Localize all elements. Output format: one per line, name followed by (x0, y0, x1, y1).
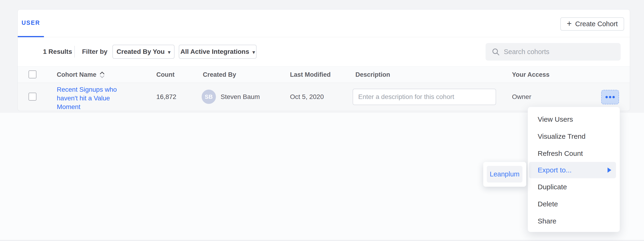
cohort-name-link[interactable]: Recent Signups who haven't hit a Value M… (57, 85, 120, 111)
filter-divider (74, 46, 75, 58)
creator-name: Steven Baum (220, 83, 260, 111)
tab-user[interactable]: USER (18, 10, 44, 37)
table-header-row: Cohort Name Count Created By Last Modifi… (18, 66, 630, 83)
created-by-dropdown[interactable]: Created By You ▾ (112, 45, 174, 59)
plus-icon: + (567, 20, 572, 28)
page-background-bottom-strip (0, 240, 644, 241)
column-header-count: Count (156, 67, 174, 83)
chevron-down-icon: ▾ (168, 49, 170, 55)
filter-by-label: Filter by (82, 37, 108, 66)
created-by-dropdown-label: Created By You (116, 48, 165, 56)
description-input[interactable] (352, 89, 496, 105)
column-header-last-modified: Last Modified (290, 67, 331, 83)
integrations-dropdown[interactable]: All Active Integrations ▾ (179, 45, 256, 59)
select-all-checkbox[interactable] (28, 70, 36, 78)
column-header-your-access: Your Access (512, 67, 550, 83)
cohort-name-header-label: Cohort Name (57, 71, 96, 78)
menu-item-share[interactable]: Share (528, 212, 620, 229)
create-cohort-label: Create Cohort (575, 20, 618, 28)
menu-item-duplicate[interactable]: Duplicate (528, 178, 620, 195)
column-header-description: Description (356, 67, 390, 83)
menu-item-visualize-trend[interactable]: Visualize Trend (528, 128, 620, 145)
search-icon (492, 48, 500, 56)
tab-bar: USER + Create Cohort (18, 10, 630, 37)
submenu-arrow-icon (608, 167, 611, 173)
menu-item-delete[interactable]: Delete (528, 195, 620, 212)
kebab-dot-icon (606, 96, 608, 98)
integrations-dropdown-label: All Active Integrations (180, 48, 249, 56)
avatar: SB (202, 90, 216, 104)
submenu-item-leanplum[interactable]: Leanplum (487, 166, 522, 182)
column-header-cohort-name[interactable]: Cohort Name (57, 67, 105, 83)
chevron-down-icon: ▾ (252, 49, 255, 55)
row-actions-kebab-button[interactable] (601, 90, 619, 104)
create-cohort-button[interactable]: + Create Cohort (560, 17, 624, 31)
access-level: Owner (512, 83, 531, 111)
column-header-created-by: Created By (203, 67, 236, 83)
export-to-label: Export to... (538, 166, 572, 174)
kebab-dot-icon (609, 96, 611, 98)
menu-item-view-users[interactable]: View Users (528, 111, 620, 128)
results-count: 1 Results (43, 37, 72, 66)
kebab-dot-icon (612, 96, 615, 98)
row-context-menu: View Users Visualize Trend Refresh Count… (528, 107, 620, 232)
cohort-count: 16,872 (156, 83, 176, 111)
menu-item-refresh-count[interactable]: Refresh Count (528, 145, 620, 162)
sort-icon (99, 71, 105, 79)
last-modified-date: Oct 5, 2020 (290, 83, 324, 111)
search-input[interactable] (504, 48, 616, 56)
cohorts-panel: USER + Create Cohort 1 Results Filter by… (18, 9, 630, 111)
row-checkbox[interactable] (28, 93, 36, 101)
search-cohorts-box (486, 43, 621, 61)
export-submenu: Leanplum (483, 162, 526, 187)
menu-item-export-to[interactable]: Export to... (529, 162, 616, 178)
